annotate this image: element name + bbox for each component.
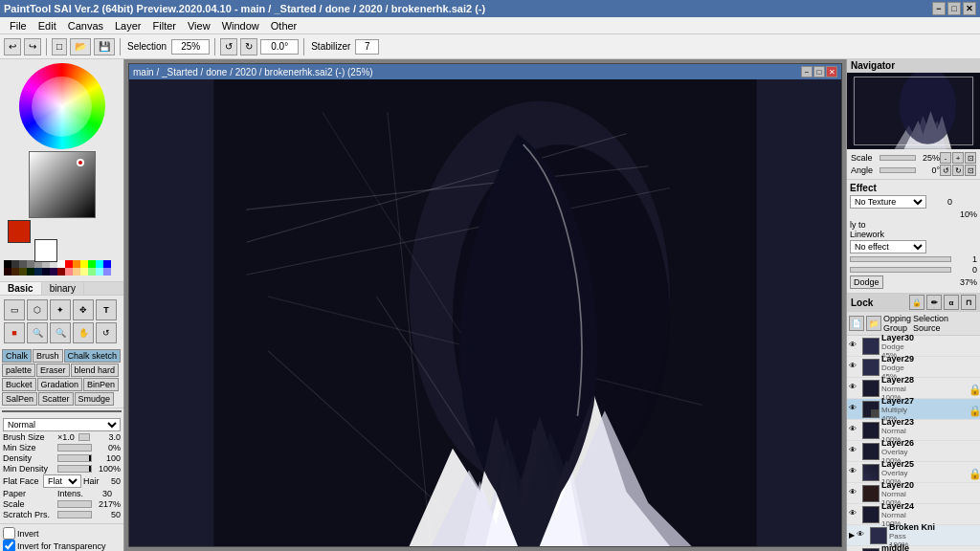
foreground-color-swatch[interactable] [8,220,31,243]
menu-file[interactable]: File [4,20,33,32]
layer-new[interactable]: 📄 [849,316,864,331]
min-density-slider[interactable] [57,465,92,473]
brush-scatter[interactable]: Scatter [38,392,74,406]
titlebar-controls[interactable]: − □ ✕ [932,2,976,15]
toolbar-save[interactable]: 💾 [94,38,115,55]
scale-nav-slider[interactable] [880,155,916,161]
brush-palette[interactable]: palette [2,364,35,377]
texture-select[interactable]: No Texture [850,195,926,209]
brush-brush[interactable]: Brush [33,349,63,363]
tool-magic-wand[interactable]: ✦ [50,299,71,320]
layer-new-folder[interactable]: 📁 [866,316,881,331]
maximize-button[interactable]: □ [947,2,961,15]
menu-other[interactable]: Other [265,20,303,32]
close-button[interactable]: ✕ [963,2,976,15]
layer-broken-eye[interactable]: 👁 [857,530,868,541]
brush-chalk[interactable]: Chalk [2,349,32,363]
tab-binary[interactable]: binary [42,282,84,295]
swatch-white[interactable] [57,260,65,268]
canvas-close[interactable]: ✕ [826,66,837,77]
toolbar-undo[interactable]: ↩ [4,38,21,55]
tool-zoom-out[interactable]: 🔍 [50,322,71,343]
menu-edit[interactable]: Edit [33,20,62,32]
layer-row-middle[interactable]: 👁 middle Normal 100% [847,546,980,551]
swatch-green[interactable] [88,260,96,268]
tool-color-pick[interactable]: ■ [4,322,25,343]
nav-reset-angle[interactable]: ⊡ [965,165,976,176]
scale-slider[interactable] [57,500,92,508]
layer-tool-clip[interactable]: ⊓ [961,295,976,310]
tool-zoom-in[interactable]: 🔍 [27,322,48,343]
swatch-peach[interactable] [73,268,80,276]
swatch-darkred[interactable] [4,268,11,276]
canvas-titlebar-controls[interactable]: − □ ✕ [801,66,837,77]
swatch-teal[interactable] [34,268,42,276]
brush-gradation[interactable]: Gradation [37,378,83,391]
swatch-lightgreen[interactable] [88,268,96,276]
background-color-swatch[interactable] [34,239,57,262]
layer-20-eye[interactable]: 👁 [849,488,860,499]
tab-basic[interactable]: Basic [0,282,42,295]
swatch-pink[interactable] [65,268,73,276]
toolbar-rotate-cw[interactable]: ↻ [240,38,257,55]
tool-lasso[interactable]: ⬡ [27,299,48,320]
blend-mode-select[interactable]: Normal [3,418,121,431]
swatch-maroon[interactable] [57,268,65,276]
density-slider[interactable] [57,454,92,462]
brush-chalksketch[interactable]: Chalk sketch [64,349,122,363]
nav-rotate-cw[interactable]: ↻ [952,165,964,176]
brush-salpen[interactable]: SalPen [2,392,37,406]
layer-28-eye[interactable]: 👁 [849,383,860,394]
nav-fit[interactable]: ⊡ [965,152,976,164]
rotation-input[interactable] [260,39,299,55]
layer-26-eye[interactable]: 👁 [849,446,860,457]
stabilizer-input[interactable] [355,39,379,55]
menu-view[interactable]: View [182,20,216,32]
angle-nav-slider[interactable] [880,167,916,173]
scratch-slider[interactable] [57,511,92,518]
swatch-orange[interactable] [73,260,80,268]
layer-tool-pen[interactable]: ✏ [926,295,942,310]
canvas-content[interactable] [129,79,841,546]
layer-24-eye[interactable]: 👁 [849,509,860,520]
brush-smudge[interactable]: Smudge [75,392,115,406]
tool-text[interactable]: T [96,299,117,320]
nav-rotate-ccw[interactable]: ↺ [940,165,951,176]
toolbar-rotate-ccw[interactable]: ↺ [220,38,237,55]
layer-23-eye[interactable]: 👁 [849,425,860,436]
swatch-darkgreen[interactable] [27,268,34,276]
swatch-red[interactable] [65,260,73,268]
swatch-midgray[interactable] [27,260,34,268]
swatch-navy[interactable] [42,268,50,276]
brush-blend[interactable]: blend hard [71,364,120,377]
swatch-brown[interactable] [11,268,19,276]
tool-hand[interactable]: ✋ [73,322,94,343]
menu-canvas[interactable]: Canvas [62,20,109,32]
effect-slider-1[interactable] [850,256,951,262]
nav-zoom-out[interactable]: - [940,152,951,164]
swatch-blue[interactable] [103,260,111,268]
minimize-button[interactable]: − [932,2,946,15]
navigator-preview[interactable] [847,73,980,149]
layer-25-eye[interactable]: 👁 [849,467,860,478]
menu-window[interactable]: Window [216,20,265,32]
swatch-gray[interactable] [19,260,27,268]
layer-tool-alpha[interactable]: α [944,295,959,310]
layer-27-eye[interactable]: 👁 [849,404,860,415]
toolbar-new[interactable]: □ [52,38,67,55]
swatch-lightblue[interactable] [103,268,111,276]
effect-slider-2[interactable] [850,267,951,273]
brush-eraser[interactable]: Eraser [36,364,70,377]
effect-select[interactable]: No effect [850,240,926,253]
swatch-lightyellow[interactable] [80,268,88,276]
toolbar-redo[interactable]: ↪ [24,38,41,55]
color-picker-gradient[interactable] [29,151,96,218]
swatch-black[interactable] [4,260,11,268]
layer-tool-lock[interactable]: 🔒 [909,295,924,310]
toolbar-open[interactable]: 📂 [70,38,91,55]
menu-filter[interactable]: Filter [147,20,182,32]
paper-select[interactable]: Flat Face [43,474,81,488]
swatch-lightcyan[interactable] [96,268,103,276]
min-size-slider[interactable] [57,444,92,452]
brush-size-slider[interactable] [78,433,90,441]
